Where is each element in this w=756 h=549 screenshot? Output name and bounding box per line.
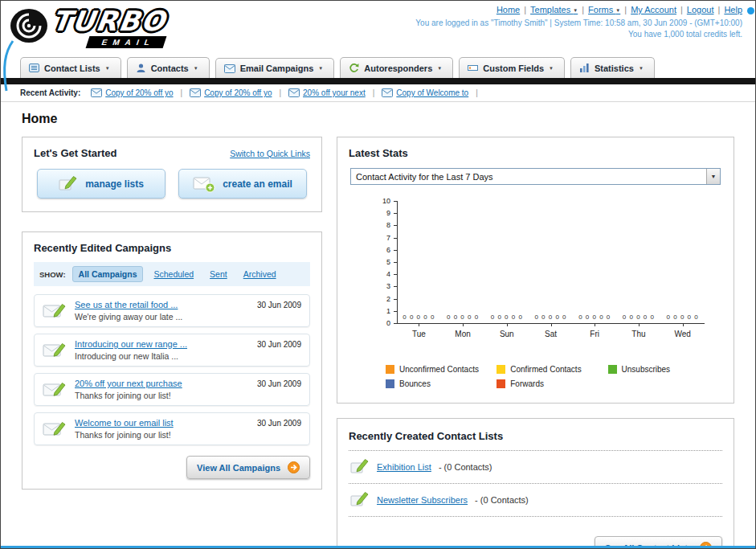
recent-activity-item[interactable]: Copy of 20% off yo bbox=[190, 88, 272, 97]
top-link-my-account[interactable]: My Account bbox=[631, 5, 676, 14]
recent-activity-item[interactable]: Copy of Welcome to bbox=[382, 88, 468, 97]
app-logo[interactable]: TURBO EMAIL bbox=[7, 3, 232, 53]
contact-list-link[interactable]: Newsletter Subscribers bbox=[377, 495, 468, 505]
top-link-templates[interactable]: Templates ▼ bbox=[530, 5, 578, 14]
y-tick bbox=[394, 225, 397, 226]
campaign-title-link[interactable]: Introducing our new range ... bbox=[75, 339, 249, 349]
legend-label: Unconfirmed Contacts bbox=[399, 365, 479, 374]
separator: | bbox=[476, 88, 478, 97]
top-right-area: Home|Templates ▼|Forms ▼|My Account|Logo… bbox=[415, 5, 742, 39]
custom-fields-icon bbox=[468, 63, 478, 73]
nav-tab-label: Custom Fields bbox=[483, 64, 544, 73]
top-link-home[interactable]: Home bbox=[497, 5, 520, 14]
campaign-subtitle: Thanks for joining our list! bbox=[75, 391, 249, 400]
manage-lists-button[interactable]: manage lists bbox=[37, 169, 166, 199]
campaign-filter-sent[interactable]: Sent bbox=[204, 267, 233, 281]
envelope-icon bbox=[190, 88, 201, 97]
recent-activity-item[interactable]: Copy of 20% off yo bbox=[91, 88, 173, 97]
campaign-filter-tab-list: All CampaignsScheduledSentArchived bbox=[72, 266, 282, 282]
recent-activity-item-label: Copy of Welcome to bbox=[396, 88, 468, 97]
legend-item: Unsubscribes bbox=[608, 365, 719, 374]
nav-tab-label: Contacts bbox=[151, 64, 189, 73]
x-tick bbox=[639, 323, 640, 326]
campaign-row: Introducing our new range ...Introducing… bbox=[34, 334, 310, 367]
y-axis-label: 2 bbox=[376, 295, 390, 303]
logo-email-text: EMAIL bbox=[86, 36, 167, 48]
contact-list-link[interactable]: Exhibition List bbox=[377, 462, 431, 472]
get-started-buttons: manage listscreate an email bbox=[34, 169, 310, 202]
top-link-help[interactable]: Help bbox=[724, 5, 742, 14]
x-axis-label: Sat bbox=[531, 330, 571, 338]
campaign-title-link[interactable]: See us at the retail food ... bbox=[75, 300, 249, 309]
nav-tab-contacts[interactable]: Contacts▼ bbox=[127, 57, 210, 78]
top-links: Home|Templates ▼|Forms ▼|My Account|Logo… bbox=[415, 5, 742, 14]
y-tick bbox=[394, 311, 397, 312]
legend-label: Confirmed Contacts bbox=[510, 365, 581, 374]
recent-activity-item-label: Copy of 20% off yo bbox=[204, 88, 272, 97]
campaign-date: 30 Jun 2009 bbox=[257, 419, 301, 428]
chevron-down-icon: ▼ bbox=[318, 66, 323, 71]
top-link-forms[interactable]: Forms ▼ bbox=[588, 5, 620, 14]
y-axis-label: 6 bbox=[376, 246, 390, 254]
latest-stats-panel: Latest Stats Contact Activity for the La… bbox=[337, 137, 734, 404]
contact-list-count: - (0 Contacts) bbox=[439, 462, 492, 472]
campaign-row: 20% off your next purchaseThanks for joi… bbox=[34, 373, 310, 406]
campaign-date: 30 Jun 2009 bbox=[257, 301, 301, 309]
campaign-filter-archived[interactable]: Archived bbox=[238, 267, 282, 281]
nav-tab-contact-lists[interactable]: Contact Lists▼ bbox=[20, 57, 121, 78]
contact-list-items: Exhibition List- (0 Contacts)Newsletter … bbox=[349, 451, 722, 517]
recent-activity-item[interactable]: 20% off your next bbox=[288, 88, 366, 97]
y-axis bbox=[397, 201, 398, 323]
main-nav: Contact Lists▼Contacts▼Email Campaigns▼A… bbox=[1, 54, 755, 78]
nav-tab-autoresponders[interactable]: Autoresponders▼ bbox=[340, 57, 453, 78]
switch-to-quick-links-link[interactable]: Switch to Quick Links bbox=[230, 149, 310, 158]
campaign-info: Welcome to our email listThanks for join… bbox=[75, 418, 249, 440]
arrow-circle-icon bbox=[288, 461, 300, 473]
y-axis-label: 8 bbox=[376, 221, 390, 229]
stats-chart: 0123456789100 0 0 0 0Tue0 0 0 0 0Mon0 0 … bbox=[376, 196, 716, 358]
campaign-row: Welcome to our email listThanks for join… bbox=[34, 412, 310, 445]
campaign-title-link[interactable]: 20% off your next purchase bbox=[75, 379, 249, 388]
pencil-icon bbox=[350, 458, 370, 476]
envelope-plus-icon bbox=[193, 175, 215, 193]
nav-tab-statistics[interactable]: Statistics▼ bbox=[570, 57, 655, 78]
campaigns-title: Recently Edited Campaigns bbox=[34, 242, 310, 254]
campaign-info: 20% off your next purchaseThanks for joi… bbox=[75, 379, 249, 400]
nav-tab-label: Email Campaigns bbox=[240, 64, 314, 73]
campaign-subtitle: Thanks for joining our list! bbox=[75, 430, 249, 440]
envelope-icon bbox=[382, 88, 393, 97]
nav-tab-custom-fields[interactable]: Custom Fields▼ bbox=[459, 57, 565, 78]
nav-tab-email-campaigns[interactable]: Email Campaigns▼ bbox=[215, 58, 335, 78]
x-axis-label: Tue bbox=[398, 330, 439, 338]
right-column: Latest Stats Contact Activity for the La… bbox=[337, 137, 734, 549]
x-tick bbox=[595, 323, 595, 326]
nav-tab-label: Contact Lists bbox=[44, 64, 100, 73]
create-an-email-button[interactable]: create an email bbox=[178, 169, 307, 199]
logo-text: TURBO bbox=[50, 5, 168, 37]
chevron-down-icon: ▼ bbox=[615, 8, 620, 13]
blue-dot-decoration bbox=[747, 7, 754, 14]
bottom-border-decoration bbox=[1, 546, 755, 548]
campaign-filter-scheduled[interactable]: Scheduled bbox=[148, 267, 199, 281]
x-tick bbox=[683, 323, 684, 326]
legend-item: Confirmed Contacts bbox=[497, 365, 607, 374]
nav-tab-label: Autoresponders bbox=[364, 64, 432, 73]
stats-period-value: Contact Activity for the Last 7 Days bbox=[356, 172, 493, 182]
x-tick bbox=[551, 323, 552, 326]
top-bar: TURBO EMAIL Home|Templates ▼|Forms ▼|My … bbox=[1, 1, 755, 54]
recent-activity-label: Recent Activity: bbox=[20, 88, 80, 97]
x-axis-label: Wed bbox=[663, 330, 703, 338]
logo-tail-decoration bbox=[1, 39, 18, 96]
separator: | bbox=[373, 88, 375, 97]
left-column: Let's Get Started Switch to Quick Links … bbox=[22, 137, 322, 490]
campaign-title-link[interactable]: Welcome to our email list bbox=[75, 418, 249, 428]
campaign-filter-tabs: SHOW: All CampaignsScheduledSentArchived bbox=[34, 262, 310, 286]
top-link-logout[interactable]: Logout bbox=[687, 5, 714, 14]
chevron-down-icon: ▼ bbox=[105, 66, 110, 71]
stats-period-select[interactable]: Contact Activity for the Last 7 Days ▼ bbox=[350, 168, 721, 185]
y-tick bbox=[394, 274, 397, 275]
campaign-filter-all-campaigns[interactable]: All Campaigns bbox=[72, 266, 144, 282]
autoresponders-icon bbox=[349, 63, 359, 73]
view-all-campaigns-button[interactable]: View All Campaigns bbox=[186, 456, 310, 479]
y-axis-label: 5 bbox=[376, 258, 390, 266]
